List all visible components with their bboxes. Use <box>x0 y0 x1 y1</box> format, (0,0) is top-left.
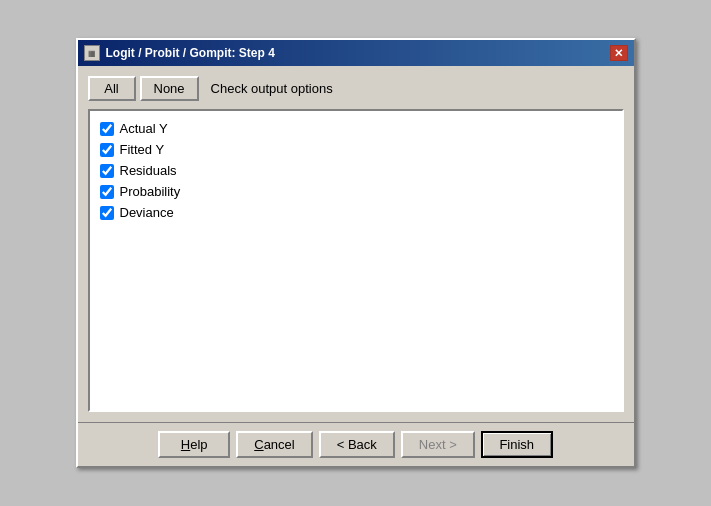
checkbox-fitted-y[interactable]: Fitted Y <box>100 142 612 157</box>
check-output-label: Check output options <box>211 81 333 96</box>
checkbox-residuals-input[interactable] <box>100 164 114 178</box>
checkbox-probability[interactable]: Probability <box>100 184 612 199</box>
help-button[interactable]: HHelpelp <box>158 431 230 458</box>
checkbox-actual-y-input[interactable] <box>100 122 114 136</box>
checkbox-residuals[interactable]: Residuals <box>100 163 612 178</box>
all-button[interactable]: All <box>88 76 136 101</box>
top-button-row: All None Check output options <box>88 76 624 101</box>
none-button[interactable]: None <box>140 76 199 101</box>
checkbox-actual-y-label: Actual Y <box>120 121 168 136</box>
checkbox-probability-label: Probability <box>120 184 181 199</box>
checkbox-residuals-label: Residuals <box>120 163 177 178</box>
dialog-icon: ▦ <box>84 45 100 61</box>
title-bar-left: ▦ Logit / Probit / Gompit: Step 4 <box>84 45 275 61</box>
checkbox-fitted-y-label: Fitted Y <box>120 142 165 157</box>
content-panel: Actual Y Fitted Y Residuals Probability … <box>88 109 624 412</box>
close-button[interactable]: ✕ <box>610 45 628 61</box>
back-button[interactable]: < Back <box>319 431 395 458</box>
checkbox-deviance[interactable]: Deviance <box>100 205 612 220</box>
dialog-title: Logit / Probit / Gompit: Step 4 <box>106 46 275 60</box>
checkbox-deviance-label: Deviance <box>120 205 174 220</box>
finish-button[interactable]: Finish <box>481 431 553 458</box>
checkbox-deviance-input[interactable] <box>100 206 114 220</box>
title-bar: ▦ Logit / Probit / Gompit: Step 4 ✕ <box>78 40 634 66</box>
checkbox-probability-input[interactable] <box>100 185 114 199</box>
dialog-window: ▦ Logit / Probit / Gompit: Step 4 ✕ All … <box>76 38 636 468</box>
dialog-body: All None Check output options Actual Y F… <box>78 66 634 422</box>
cancel-button[interactable]: Cancel <box>236 431 312 458</box>
bottom-bar: HHelpelp Cancel < Back Next > Finish <box>78 422 634 466</box>
checkbox-actual-y[interactable]: Actual Y <box>100 121 612 136</box>
next-button[interactable]: Next > <box>401 431 475 458</box>
checkbox-fitted-y-input[interactable] <box>100 143 114 157</box>
